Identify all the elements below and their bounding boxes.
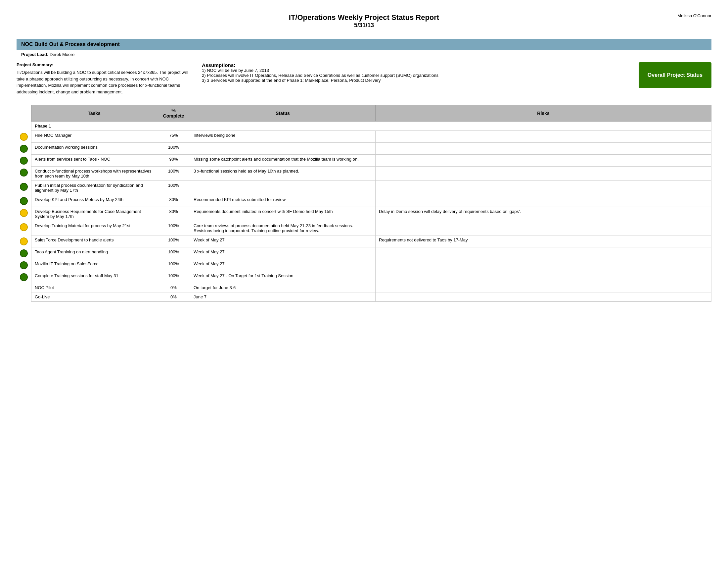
task-pct: 75% (157, 131, 190, 143)
task-pct: 100% (157, 259, 190, 271)
phase-label: Phase 1 (31, 121, 711, 131)
task-name: Mozilla IT Training on SalesForce (31, 259, 157, 271)
status-dot-cell (17, 131, 31, 143)
task-risks: Delay in Demo session will delay deliver… (376, 207, 711, 221)
assumptions-title: Assumptions: (202, 62, 625, 68)
task-name: Go-Live (31, 293, 157, 302)
col-header-pct: % Complete (157, 105, 190, 121)
task-risks (376, 131, 711, 143)
task-name: Develop KPI and Process Metrics by May 2… (31, 195, 157, 207)
summary-left: Project Summary: IT/Operations will be b… (17, 62, 189, 95)
table-row: Publish initial process documentation fo… (17, 181, 711, 195)
table-row: Alerts from services sent to Taos - NOC9… (17, 155, 711, 166)
status-dot-green (20, 249, 28, 257)
status-dot-cell (17, 181, 31, 195)
table-row: SalesForce Development to handle alerts1… (17, 235, 711, 247)
author-name: Melissa O'Connor (677, 13, 711, 18)
table-row: Taos Agent Tranining on alert handling10… (17, 247, 711, 259)
task-status: Core team reviews of process documentati… (190, 221, 376, 235)
task-status: Week of May 27 (190, 259, 376, 271)
phase-row: Phase 1 (17, 121, 711, 131)
task-pct: 0% (157, 293, 190, 302)
task-risks (376, 166, 711, 181)
status-dot-cell (17, 235, 31, 247)
table-row: Go-Live0%June 7 (17, 293, 711, 302)
task-name: Develop Business Requirements for Case M… (31, 207, 157, 221)
task-name: Documentation working sessions (31, 143, 157, 155)
task-pct: 100% (157, 247, 190, 259)
task-name: NOC Pilot (31, 283, 157, 293)
task-risks (376, 143, 711, 155)
task-name: Conduct x-functional process workshops w… (31, 166, 157, 181)
status-dot-green (20, 157, 28, 164)
table-row: NOC Pilot0%On target for June 3-6 (17, 283, 711, 293)
status-dot-green (20, 145, 28, 153)
col-header-status: Status (190, 105, 376, 121)
task-risks (376, 283, 711, 293)
project-lead-bar: Project Lead: Derek Moore (17, 51, 711, 62)
summary-middle: Assumptions: 1) NOC will be live by June… (202, 62, 625, 95)
project-lead-label: Project Lead: (21, 52, 48, 57)
status-dot-green (20, 273, 28, 281)
status-dot-cell (17, 293, 31, 302)
status-dot-green (20, 261, 28, 269)
status-dot-yellow (20, 223, 28, 231)
status-dot-cell (17, 155, 31, 166)
task-risks (376, 221, 711, 235)
task-risks (376, 195, 711, 207)
status-dot-cell (17, 271, 31, 283)
task-status: Week of May 27 - On Target for 1st Train… (190, 271, 376, 283)
status-dot-cell (17, 166, 31, 181)
task-risks: Requirements not delivered to Taos by 17… (376, 235, 711, 247)
task-name: Taos Agent Tranining on alert handling (31, 247, 157, 259)
task-status: Week of May 27 (190, 235, 376, 247)
status-dot-cell (17, 221, 31, 235)
status-dot-yellow (20, 133, 28, 141)
status-dot-green (20, 168, 28, 176)
task-risks (376, 247, 711, 259)
task-name: Publish initial process documentation fo… (31, 181, 157, 195)
status-dot-cell (17, 195, 31, 207)
report-title: IT/Operations Weekly Project Status Repo… (17, 13, 711, 22)
assumptions-text: 1) NOC will be live by June 7, 20132) Pr… (202, 68, 625, 83)
task-name: SalesForce Development to handle alerts (31, 235, 157, 247)
task-risks (376, 293, 711, 302)
col-header-risks: Risks (376, 105, 711, 121)
task-table: Tasks % Complete Status Risks Phase 1Hir… (17, 105, 711, 302)
status-dot-green (20, 197, 28, 205)
task-pct: 0% (157, 283, 190, 293)
status-dot-cell (17, 143, 31, 155)
task-pct: 80% (157, 195, 190, 207)
status-dot-cell (17, 207, 31, 221)
task-status: Missing some catchpoint alerts and docum… (190, 155, 376, 166)
task-pct: 100% (157, 271, 190, 283)
report-date: 5/31/13 (17, 22, 711, 29)
task-status: 3 x-functional sessions held as of May 1… (190, 166, 376, 181)
task-pct: 80% (157, 207, 190, 221)
status-dot-green (20, 183, 28, 191)
task-name: Hire NOC Manager (31, 131, 157, 143)
task-status (190, 143, 376, 155)
table-row: Develop Business Requirements for Case M… (17, 207, 711, 221)
task-status: On target for June 3-6 (190, 283, 376, 293)
page-header: Melissa O'Connor IT/Operations Weekly Pr… (17, 13, 711, 29)
task-status: Recommended KPI metrics submitted for re… (190, 195, 376, 207)
table-row: Mozilla IT Training on SalesForce100%Wee… (17, 259, 711, 271)
task-pct: 100% (157, 181, 190, 195)
project-title-bar: NOC Build Out & Process development (17, 39, 711, 50)
status-dot-yellow (20, 237, 28, 245)
task-status: June 7 (190, 293, 376, 302)
status-dot-cell (17, 259, 31, 271)
task-status (190, 181, 376, 195)
task-pct: 100% (157, 166, 190, 181)
summary-title: Project Summary: (17, 62, 189, 67)
overall-status-label: Overall Project Status (648, 72, 703, 78)
task-status: Week of May 27 (190, 247, 376, 259)
col-header-tasks: Tasks (31, 105, 157, 121)
task-name: Complete Training sessions for staff May… (31, 271, 157, 283)
task-risks (376, 181, 711, 195)
status-dot-yellow (20, 209, 28, 217)
task-status: Requirements document initiated in conce… (190, 207, 376, 221)
table-row: Hire NOC Manager75%Interviews being done (17, 131, 711, 143)
task-risks (376, 271, 711, 283)
